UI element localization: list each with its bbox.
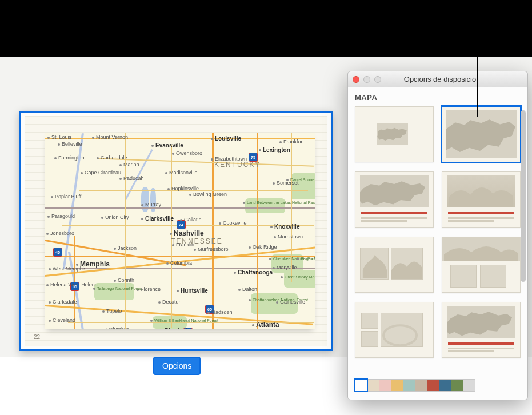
city-poplar: Poplar Bluff	[51, 194, 81, 199]
city-nashville: Nashville	[170, 229, 204, 237]
city-knoxville: Knoxville	[270, 224, 299, 230]
city-stlouis: St. Louis	[47, 134, 71, 140]
label-bankhead: William S Bankhead National Forest	[150, 318, 218, 322]
city-corinth: Corinth	[114, 277, 134, 283]
page-number: 22	[34, 334, 40, 340]
label-lbl: Land Between the Lakes National Recreati…	[243, 201, 315, 205]
forest-danielboone	[291, 173, 315, 199]
label-danielb: Daniel Boone National Forest	[286, 178, 315, 182]
callout-pointer	[477, 30, 478, 117]
panel-titlebar[interactable]: Opcions de disposició	[348, 71, 527, 87]
city-tupelo: Tupelo	[102, 308, 122, 314]
layout-thumb-3[interactable]	[355, 171, 434, 228]
layout-thumb-grid	[355, 106, 521, 358]
border-ky-tn	[45, 207, 315, 209]
city-cookeville: Cookeville	[219, 220, 247, 226]
color-swatch-0[interactable]	[355, 379, 367, 392]
city-louisville: Louisville	[211, 135, 241, 142]
city-chattanooga: Chattanooga	[234, 269, 273, 276]
label-pisgah: Pisgah National Forest	[297, 257, 315, 261]
panel-scrollbar[interactable]	[519, 110, 526, 371]
city-hopkinsville: Hopkinsville	[167, 186, 199, 191]
options-button[interactable]: Opcions	[153, 357, 201, 375]
map-image: 75 65 40 59 55 24 KENTUCKY TENNESSEE St.…	[45, 133, 315, 329]
color-swatch-1[interactable]	[367, 379, 379, 392]
state-label-ky: KENTUCKY	[214, 161, 261, 169]
svg-point-0	[383, 325, 417, 345]
city-westmemphis: West Memphis	[49, 266, 86, 272]
label-chatt: Chattahoochee National Forest	[249, 298, 308, 302]
city-evansville: Evansville	[151, 142, 183, 149]
hwy-i64	[45, 138, 315, 139]
city-capegir: Cape Girardeau	[81, 170, 121, 175]
city-gallatin: Gallatin	[180, 217, 202, 222]
shield-i40a: 40	[53, 248, 62, 257]
city-morristown: Morristown	[274, 234, 303, 240]
layout-thumb-7[interactable]	[355, 302, 434, 358]
forest-smoky	[284, 270, 315, 288]
city-madisonville: Madisonville	[165, 170, 198, 175]
layout-thumb-5[interactable]	[355, 237, 434, 293]
city-farmington: Farmington	[54, 155, 85, 161]
city-atlanta: Atlanta	[252, 321, 279, 329]
color-swatch-3[interactable]	[391, 379, 403, 392]
city-gadsden: Gadsden	[207, 309, 233, 315]
layout-thumb-6[interactable]	[442, 237, 521, 293]
section-label-map: MAPA	[355, 93, 521, 102]
city-jonesboro: Jonesboro	[46, 230, 74, 236]
city-franklin: Franklin	[172, 242, 194, 248]
color-swatch-5[interactable]	[415, 379, 427, 392]
app-top-blackbar	[0, 0, 532, 57]
city-murray: Murray	[141, 202, 161, 207]
city-birmingham: Birmingham	[161, 328, 198, 329]
background-color-swatches	[355, 379, 475, 392]
city-murfreesboro: Murfreesboro	[194, 246, 229, 252]
color-swatch-6[interactable]	[427, 379, 439, 392]
city-unioncity: Union City	[101, 214, 129, 220]
layout-options-panel: Opcions de disposició MAPA	[347, 71, 528, 400]
city-cleveland: Cleveland	[49, 317, 75, 323]
city-belleville: Belleville	[58, 141, 82, 147]
label-smoky: Great Smoky Mountains National Park	[281, 275, 315, 279]
city-columbia: Columbia	[166, 260, 192, 266]
city-oakridge: Oak Ridge	[249, 244, 277, 250]
layout-thumb-2[interactable]	[442, 106, 521, 162]
city-marion: Marion	[119, 162, 139, 167]
color-swatch-4[interactable]	[403, 379, 415, 392]
city-helena: Helena-West Helena	[46, 282, 98, 288]
city-clarksdale: Clarksdale	[49, 299, 77, 305]
color-swatch-9[interactable]	[463, 379, 475, 392]
city-paducah: Paducah	[119, 175, 144, 181]
page-grid-background: 75 65 40 59 55 24 KENTUCKY TENNESSEE St.…	[25, 116, 327, 346]
layout-thumb-8[interactable]	[442, 302, 521, 358]
layout-thumb-1[interactable]	[355, 106, 434, 162]
city-lexington: Lexington	[259, 147, 290, 153]
color-swatch-2[interactable]	[379, 379, 391, 392]
city-owensboro: Owensboro	[172, 150, 202, 156]
city-huntsville: Huntsville	[177, 288, 208, 294]
city-maryville: Maryville	[273, 265, 297, 270]
color-swatch-8[interactable]	[451, 379, 463, 392]
color-swatch-7[interactable]	[439, 379, 451, 392]
scroll-thumb[interactable]	[521, 110, 526, 282]
city-dalton: Dalton	[238, 286, 257, 292]
label-talladega: Talladega National Forest	[93, 286, 142, 290]
city-clarksville: Clarksville	[141, 216, 174, 222]
city-jackson: Jackson	[114, 245, 137, 251]
city-frankfort: Frankfort	[279, 139, 304, 145]
city-mtvernon: Mount Vernon	[92, 134, 128, 140]
layout-thumb-4[interactable]	[442, 171, 521, 228]
city-etown: Elizabethtown	[211, 156, 247, 162]
selected-page-map[interactable]: 75 65 40 59 55 24 KENTUCKY TENNESSEE St.…	[19, 111, 333, 351]
city-columbus: Columbus	[102, 326, 130, 329]
city-bowling: Bowling Green	[189, 191, 227, 197]
forest-talladega	[94, 283, 134, 300]
city-paragould: Paragould	[47, 213, 75, 219]
panel-title: Opcions de disposició	[357, 75, 523, 83]
city-carbondale: Carbondale	[97, 155, 127, 161]
panel-body: MAPA	[348, 87, 527, 400]
city-decatur: Decatur	[158, 299, 181, 305]
